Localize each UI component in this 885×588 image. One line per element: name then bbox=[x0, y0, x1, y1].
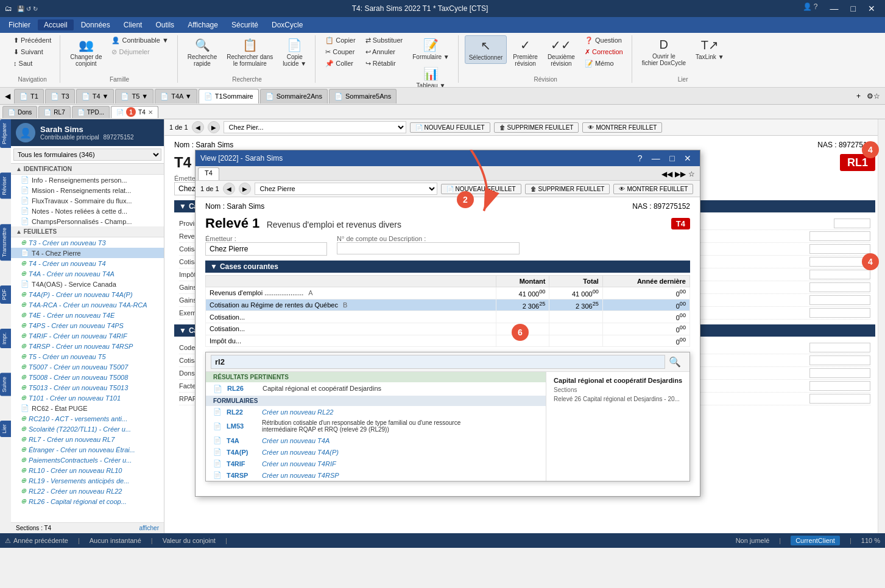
menu-securite[interactable]: Sécurité bbox=[225, 19, 264, 30]
tab-t5[interactable]: 📄T5 ▼ bbox=[115, 89, 153, 103]
tree-item-rl7[interactable]: ⊕ RL7 - Créer un nouveau RL7 bbox=[11, 434, 164, 444]
tree-item-t3-create[interactable]: ⊕ T3 - Créer un nouveau T3 bbox=[11, 237, 164, 248]
formulaire-button[interactable]: 📝 Formulaire ▼ bbox=[409, 35, 453, 63]
subtab-dons[interactable]: 📄Dons bbox=[2, 106, 37, 118]
row-revenus-total[interactable]: 41 00000 bbox=[549, 287, 602, 299]
popup-prev-btn[interactable]: ◀ bbox=[223, 183, 235, 195]
taxlink-button[interactable]: T↗ TaxLink ▼ bbox=[692, 35, 728, 63]
tree-item-t4ap-create[interactable]: ⊕ T4A(P) - Créer un nouveau T4A(P) bbox=[11, 289, 164, 299]
row-cot3-total[interactable] bbox=[549, 323, 602, 335]
tree-item-t4rsp[interactable]: ⊕ T4RSP - Créer un nouveau T4RSP bbox=[11, 341, 164, 351]
popup-tab-t4[interactable]: T4 bbox=[198, 167, 219, 180]
field-cotisations-syndicales-input[interactable] bbox=[809, 355, 870, 365]
popup-cases-header[interactable]: ▼ Cases courantes bbox=[205, 261, 690, 273]
menu-donnees[interactable]: Données bbox=[75, 19, 116, 30]
annuler-button[interactable]: ↩ Annuler bbox=[362, 47, 407, 57]
row-impot-total[interactable] bbox=[549, 335, 602, 347]
field-code-emploi-input[interactable] bbox=[809, 343, 870, 352]
popup-maximize[interactable]: □ bbox=[666, 153, 678, 163]
side-tab-pdf[interactable]: PDF bbox=[0, 285, 11, 304]
formula-rl22[interactable]: 📄 RL22 Créer un nouveau RL22 bbox=[206, 406, 546, 418]
tree-item-t101[interactable]: ⊕ T101 - Créer un nouveau T101 bbox=[11, 393, 164, 403]
menu-doxcycle[interactable]: DoxCycle bbox=[266, 19, 309, 30]
saut-button[interactable]: ↕ Saut bbox=[10, 58, 55, 68]
prev-page-button[interactable]: ◀ bbox=[192, 121, 204, 133]
tree-item-t4-chezpierre[interactable]: 📄 T4 - Chez Pierre bbox=[11, 248, 164, 258]
tree-item-t4e[interactable]: ⊕ T4E - Créer un nouveau T4E bbox=[11, 310, 164, 320]
supprimer-feuillet-button[interactable]: 🗑 SUPPRIMER FEUILLET bbox=[494, 122, 579, 133]
coller-button[interactable]: 📌 Coller bbox=[322, 58, 359, 69]
row-rrq-montant[interactable]: 2 30625 bbox=[496, 299, 549, 311]
popup-nav-left[interactable]: ◀◀ bbox=[661, 170, 672, 178]
emetteur-value2[interactable]: Chez Pierre bbox=[205, 242, 327, 256]
tab-settings[interactable]: ⚙☆ bbox=[864, 92, 883, 100]
tab-expand-left[interactable]: ◀ bbox=[2, 92, 13, 100]
formula-lm53[interactable]: 📄 LM53 Rétribution cotisable d'un respon… bbox=[206, 418, 546, 435]
tab-t1sommaire[interactable]: 📄T1Sommaire bbox=[199, 89, 259, 103]
tree-item-scolarite[interactable]: ⊕ Scolarité (T2202/TL11) - Créer u... bbox=[11, 424, 164, 434]
tree-item-mission[interactable]: 📄 Mission - Renseignements relat... bbox=[11, 185, 164, 195]
formula-t4a[interactable]: 📄 T4A Créer un nouveau T4A bbox=[206, 435, 546, 446]
row-cot2-total[interactable] bbox=[549, 311, 602, 323]
rechercher-formulaire-button[interactable]: 📋 Rechercher dansle formulaire bbox=[223, 35, 277, 69]
field-rpa-input[interactable] bbox=[809, 257, 870, 267]
menu-accueil[interactable]: Accueil bbox=[38, 19, 74, 30]
emitter-select[interactable]: Chez Pier... bbox=[224, 121, 406, 133]
popup-next-btn[interactable]: ▶ bbox=[239, 183, 251, 195]
popup-nouveau-btn[interactable]: 📄 NOUVEAU FEUILLET bbox=[441, 184, 521, 194]
formula-t4ap[interactable]: 📄 T4A(P) Créer un nouveau T4A(P) bbox=[206, 446, 546, 458]
row-cot2-montant[interactable] bbox=[496, 311, 549, 323]
tab-t4[interactable]: 📄T4 ▼ bbox=[76, 89, 115, 103]
tab-t4a[interactable]: 📄T4A ▼ bbox=[155, 89, 197, 103]
question-button[interactable]: ❓ Question bbox=[581, 35, 627, 46]
subtab-t4[interactable]: 📄 1 T4 ✕ bbox=[111, 106, 158, 118]
popup-supprimer-btn[interactable]: 🗑 SUPPRIMER FEUILLET bbox=[525, 184, 610, 194]
tab-t1[interactable]: 📄T1 bbox=[14, 89, 44, 103]
premiere-revision-button[interactable]: ✓ Premièrerévision bbox=[509, 35, 541, 69]
tab-sommaire5ans[interactable]: 📄Sommaire5Ans bbox=[329, 89, 397, 103]
changer-conjoint-button[interactable]: 👥 Changer deconjoint bbox=[66, 35, 105, 69]
suivant-button[interactable]: ⬇ Suivant bbox=[10, 47, 55, 57]
menu-affichage[interactable]: Affichage bbox=[182, 19, 224, 30]
field-exemptions-input[interactable] bbox=[809, 308, 870, 318]
side-tab-impr[interactable]: Impr. bbox=[0, 329, 11, 348]
tree-item-t4ps[interactable]: ⊕ T4PS - Créer un nouveau T4PS bbox=[11, 320, 164, 331]
afficher-link[interactable]: afficher bbox=[139, 525, 159, 531]
popup-help[interactable]: ? bbox=[634, 153, 646, 163]
field-rpap-input[interactable] bbox=[809, 394, 870, 404]
tab-t3[interactable]: 📄T3 bbox=[45, 89, 75, 103]
field-cotisations-input[interactable] bbox=[809, 244, 870, 254]
feuillets-header[interactable]: ▲ FEUILLETS bbox=[11, 226, 164, 237]
recherche-rapide-button[interactable]: 🔍 Rechercherapide bbox=[184, 35, 220, 69]
close-subtab-t4[interactable]: ✕ bbox=[148, 109, 153, 116]
side-tab-suivre[interactable]: Suivre bbox=[0, 373, 11, 396]
tree-item-notes[interactable]: 📄 Notes - Notes reliées à cette d... bbox=[11, 206, 164, 216]
side-tab-transmettre[interactable]: Transmettre bbox=[0, 224, 11, 261]
search-button[interactable]: 🔍 bbox=[665, 355, 685, 369]
memo-button[interactable]: 📝 Mémo bbox=[581, 58, 627, 69]
substituer-button[interactable]: ⇄ Substituer bbox=[362, 35, 407, 46]
tree-item-t4-create[interactable]: ⊕ T4 - Créer un nouveau T4 bbox=[11, 258, 164, 268]
result-rl26[interactable]: 📄 RL26 Capital régional et coopératif De… bbox=[206, 382, 546, 396]
tree-item-t5[interactable]: ⊕ T5 - Créer un nouveau T5 bbox=[11, 351, 164, 362]
ouvrir-doxcycle-button[interactable]: D Ouvrir lefichier DoxCycle bbox=[638, 35, 689, 69]
maximize-button[interactable]: □ bbox=[846, 2, 861, 15]
tree-item-t4a-create[interactable]: ⊕ T4A - Créer un nouveau T4A bbox=[11, 268, 164, 279]
retablir-button[interactable]: ↪ Rétablir bbox=[362, 58, 407, 69]
tree-item-rl10[interactable]: ⊕ RL10 - Créer un nouveau RL10 bbox=[11, 465, 164, 475]
row-revenus-montant[interactable]: 41 00000 bbox=[496, 287, 549, 299]
tree-item-rl19[interactable]: ⊕ RL19 - Versements anticipés de... bbox=[11, 475, 164, 486]
field-gains-ae-input[interactable] bbox=[809, 282, 870, 292]
field-impot-input[interactable] bbox=[809, 270, 870, 279]
copier-button[interactable]: 📋 Copier bbox=[322, 35, 359, 46]
tree-item-info[interactable]: 📄 Info - Renseignements person... bbox=[11, 175, 164, 185]
popup-star[interactable]: ☆ bbox=[688, 170, 695, 178]
popup-close[interactable]: ✕ bbox=[680, 153, 695, 163]
tree-item-rl26[interactable]: ⊕ RL26 - Capital régional et coop... bbox=[11, 496, 164, 506]
identification-header[interactable]: ▲ IDENTIFICATION bbox=[11, 164, 164, 175]
tree-item-t4a-oas[interactable]: 📄 T4A(OAS) - Service Canada bbox=[11, 279, 164, 289]
popup-nav-right[interactable]: ▶▶ bbox=[675, 170, 686, 178]
deuxieme-revision-button[interactable]: ✓✓ Deuxièmerévision bbox=[544, 35, 579, 69]
formula-t4rsp[interactable]: 📄 T4RSP Créer un nouveau T4RSP bbox=[206, 469, 546, 481]
search-input[interactable] bbox=[211, 355, 665, 369]
